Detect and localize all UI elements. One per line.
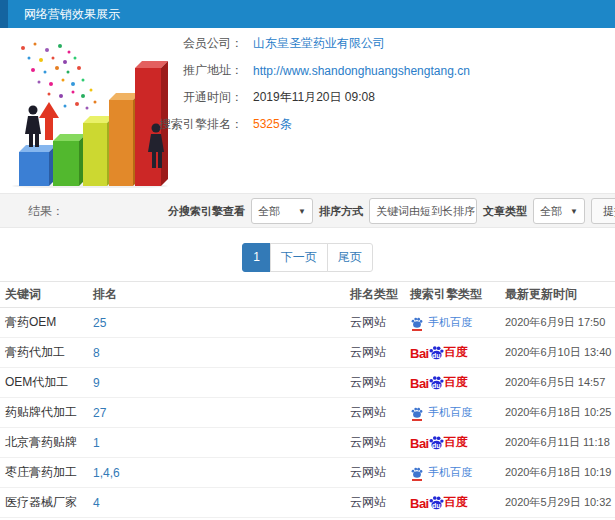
promotion-url-link[interactable]: http://www.shandonghuangshengtang.cn — [253, 64, 470, 78]
info-row-open-time: 开通时间： 2019年11月20日 09:08 — [120, 84, 470, 111]
keyword-cell: OEM代加工 — [0, 374, 88, 391]
table-row: OEM代加工9云网站Baidu百度2020年6月5日 14:57 — [0, 368, 615, 398]
chevron-down-icon: ▼ — [565, 207, 578, 216]
baidu-logo-icon: Baidu百度 — [410, 434, 468, 451]
table-row: 药贴牌代加工27云网站手机百度2020年6月18日 10:25 — [0, 398, 615, 428]
sort-select[interactable]: 关键词由短到长排序 ▼ — [369, 198, 477, 224]
company-info: 会员公司： 山东皇圣堂药业有限公司 推广地址： http://www.shand… — [120, 30, 470, 138]
baidu-logo-icon: Baidu百度 — [410, 494, 468, 511]
table-body: 膏药OEM25云网站手机百度2020年6月9日 17:50膏药代加工8云网站Ba… — [0, 308, 615, 520]
rank-link[interactable]: 1 — [88, 436, 345, 450]
updated-cell: 2020年6月9日 17:50 — [500, 315, 615, 330]
table-row: 膏药代加工8云网站Baidu百度2020年6月10日 13:40 — [0, 338, 615, 368]
rank-count-value: 5325条 — [253, 116, 292, 133]
company-link[interactable]: 山东皇圣堂药业有限公司 — [253, 35, 385, 52]
keyword-cell: 医疗器械厂家 — [0, 494, 88, 511]
header-rank-type: 排名类型 — [345, 286, 405, 303]
rank-count-suffix: 条 — [280, 117, 292, 131]
company-label: 会员公司： — [120, 35, 243, 52]
engine-cell: 手机百度 — [405, 315, 500, 331]
sort-select-value: 关键词由短到长排序 — [376, 204, 475, 219]
engine-cell: Baidu百度 — [405, 434, 500, 451]
mobile-baidu-paw-icon — [410, 465, 424, 481]
engine-cell: Baidu百度 — [405, 374, 500, 391]
baidu-bai-text: Bai — [410, 346, 429, 361]
engine-filter-label: 分搜索引擎查看 — [168, 204, 245, 219]
baidu-paw-icon — [410, 466, 424, 479]
businessman-left — [25, 106, 41, 148]
chevron-down-icon: ▼ — [293, 207, 306, 216]
rank-link[interactable]: 1,4,6 — [88, 466, 345, 480]
baidu-bai-text: Bai — [410, 496, 429, 511]
keyword-cell: 药贴牌代加工 — [0, 404, 88, 421]
header-updated: 最新更新时间 — [500, 286, 615, 303]
page-title: 网络营销效果展示 — [8, 0, 615, 28]
article-type-select-value: 全部 — [540, 204, 562, 219]
pagination: 1 下一页 尾页 — [0, 243, 615, 272]
page-button-current[interactable]: 1 — [242, 243, 271, 272]
mobile-baidu-logo-icon: 手机百度 — [410, 465, 472, 481]
open-time-label: 开通时间： — [120, 89, 243, 106]
engine-select-value: 全部 — [258, 204, 280, 219]
keyword-cell: 膏药代加工 — [0, 344, 88, 361]
header-engine-type: 搜索引擎类型 — [405, 286, 500, 303]
rank-link[interactable]: 25 — [88, 316, 345, 330]
baidu-paw-icon — [410, 316, 424, 329]
baidu-du-text: du — [428, 502, 445, 509]
updated-cell: 2020年6月18日 10:25 — [500, 405, 615, 420]
info-row-company: 会员公司： 山东皇圣堂药业有限公司 — [120, 30, 470, 57]
mobile-baidu-paw-icon — [410, 405, 424, 421]
keyword-cell: 枣庄膏药加工 — [0, 464, 88, 481]
keyword-cell: 北京膏药贴牌 — [0, 434, 88, 451]
rank-link[interactable]: 9 — [88, 376, 345, 390]
rank-link[interactable]: 8 — [88, 346, 345, 360]
baidu-du-text: du — [428, 352, 445, 359]
baidu-du-paw-icon: du — [428, 434, 445, 451]
table-row: 医疗器械厂家4云网站Baidu百度2020年5月29日 10:32 — [0, 488, 615, 518]
result-label: 结果： — [28, 194, 64, 228]
rank-type-cell: 云网站 — [345, 374, 405, 391]
baidu-du-text: du — [428, 382, 445, 389]
last-page-button[interactable]: 尾页 — [327, 243, 373, 272]
url-label: 推广地址： — [120, 62, 243, 79]
chevron-down-icon: ▼ — [475, 207, 477, 216]
baidu-du-paw-icon: du — [428, 344, 445, 361]
rank-type-cell: 云网站 — [345, 494, 405, 511]
mobile-baidu-paw-icon — [410, 315, 424, 331]
table-row: 北京膏药贴牌1云网站Baidu百度2020年6月11日 11:18 — [0, 428, 615, 458]
mobile-baidu-underline — [412, 419, 422, 421]
next-page-button[interactable]: 下一页 — [270, 243, 328, 272]
rank-type-cell: 云网站 — [345, 464, 405, 481]
updated-cell: 2020年6月18日 10:19 — [500, 465, 615, 480]
baidu-du-paw-icon: du — [428, 374, 445, 391]
baidu-bai-text: Bai — [410, 376, 429, 391]
header-rank: 排名 — [88, 286, 345, 303]
sort-filter-label: 排序方式 — [319, 204, 363, 219]
rank-link[interactable]: 27 — [88, 406, 345, 420]
keyword-cell: 膏药OEM — [0, 314, 88, 331]
info-row-rank-count: 搜索引擎排名： 5325条 — [120, 111, 470, 138]
filter-controls: 分搜索引擎查看 全部 ▼ 排序方式 关键词由短到长排序 ▼ 文章类型 全部 ▼ … — [168, 198, 615, 224]
mobile-baidu-logo-icon: 手机百度 — [410, 405, 472, 421]
filter-bar: 结果： 分搜索引擎查看 全部 ▼ 排序方式 关键词由短到长排序 ▼ 文章类型 全… — [0, 193, 615, 228]
baidu-du-text: du — [428, 442, 445, 449]
baidu-name-text: 百度 — [444, 344, 468, 361]
submit-button[interactable]: 提交 — [591, 198, 615, 224]
updated-cell: 2020年6月11日 11:18 — [500, 435, 615, 450]
rank-type-cell: 云网站 — [345, 314, 405, 331]
engine-cell: 手机百度 — [405, 405, 500, 421]
rank-type-cell: 云网站 — [345, 344, 405, 361]
mobile-baidu-underline — [412, 479, 422, 481]
baidu-paw-icon — [410, 406, 424, 419]
rank-link[interactable]: 4 — [88, 496, 345, 510]
rank-type-cell: 云网站 — [345, 404, 405, 421]
engine-select[interactable]: 全部 ▼ — [251, 198, 313, 224]
page-header: 网络营销效果展示 — [0, 0, 615, 28]
engine-cell: Baidu百度 — [405, 344, 500, 361]
article-type-select[interactable]: 全部 ▼ — [533, 198, 585, 224]
engine-cell: 手机百度 — [405, 465, 500, 481]
mobile-baidu-label: 手机百度 — [428, 405, 472, 420]
updated-cell: 2020年6月10日 13:40 — [500, 345, 615, 360]
rank-type-cell: 云网站 — [345, 434, 405, 451]
info-row-url: 推广地址： http://www.shandonghuangshengtang.… — [120, 57, 470, 84]
